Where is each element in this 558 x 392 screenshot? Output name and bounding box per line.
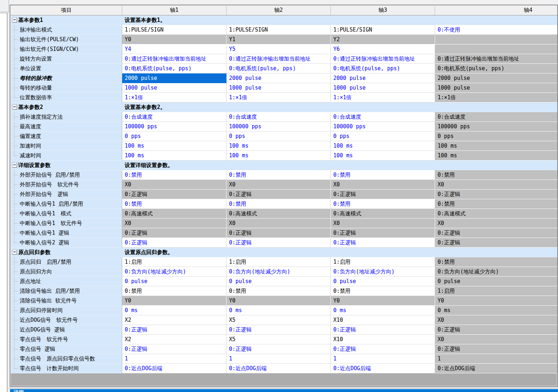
value-cell-axis2[interactable]: 1:启用 xyxy=(226,257,331,267)
value-cell-axis4[interactable]: 0:正逻辑 xyxy=(435,344,558,354)
value-cell-axis4[interactable]: 0:通过正转脉冲输出增加当前地址 xyxy=(435,54,558,64)
item-cell[interactable]: 脉冲输出模式 xyxy=(11,25,122,35)
item-cell[interactable]: 原点回归 启用/禁用 xyxy=(11,257,122,267)
item-cell[interactable]: 清除信号输出 软元件号 xyxy=(11,296,122,306)
item-cell[interactable]: 减速时间 xyxy=(11,151,122,161)
value-cell-axis1[interactable]: 0 ms xyxy=(122,306,226,315)
value-cell-axis2[interactable]: 0:禁用 xyxy=(226,199,331,209)
collapse-icon[interactable] xyxy=(12,105,17,109)
value-cell-axis3[interactable]: X10 xyxy=(331,315,435,325)
value-cell-axis2[interactable]: 2000 pulse xyxy=(226,73,331,83)
value-cell-axis2[interactable]: 100 ms xyxy=(226,151,331,161)
value-cell-axis1[interactable]: 0:正逻辑 xyxy=(122,344,226,354)
value-cell-axis4[interactable]: 0 pps xyxy=(435,132,558,141)
section-item-cell[interactable]: 基本参数1 xyxy=(11,15,122,25)
value-cell-axis1[interactable]: 0:禁用 xyxy=(122,170,226,180)
item-cell[interactable]: 最高速度 xyxy=(11,122,122,132)
value-cell-axis1[interactable]: 100 ms xyxy=(122,151,226,161)
item-cell[interactable]: 输出软元件(SIGN/CCW) xyxy=(11,44,122,54)
value-cell-axis3[interactable]: Y6 xyxy=(331,44,435,54)
item-cell[interactable]: 外部开始信号 软元件号 xyxy=(11,180,122,190)
value-cell-axis4[interactable]: 100000 pps xyxy=(435,122,558,132)
value-cell-axis2[interactable]: 0:正逻辑 xyxy=(226,344,331,354)
value-cell-axis1[interactable]: 0:正逻辑 xyxy=(122,228,226,238)
value-cell-axis3[interactable]: 0:近点DOG后端 xyxy=(331,364,435,373)
value-cell-axis2[interactable]: Y1 xyxy=(226,35,331,44)
value-cell-axis2[interactable]: 0:电机系统(pulse, pps) xyxy=(226,64,331,73)
value-cell-axis2[interactable]: 1:PULSE/SIGN xyxy=(226,25,331,35)
value-cell-axis1[interactable]: 0:合成速度 xyxy=(122,112,226,122)
value-cell-axis4[interactable]: 2000 pulse xyxy=(435,73,558,83)
value-cell-axis1[interactable]: 0:负方向(地址减少方向) xyxy=(122,267,226,277)
item-cell[interactable]: 每转的脉冲数 xyxy=(11,73,122,83)
value-cell-axis1[interactable]: 0 pulse xyxy=(122,277,226,286)
item-cell[interactable]: 清除信号输出 启用/禁用 xyxy=(11,286,122,296)
item-cell[interactable]: 零点信号 原点回归零点信号数 xyxy=(11,354,122,364)
value-cell-axis2[interactable]: X5 xyxy=(226,315,331,325)
item-cell[interactable]: 原点回归停留时间 xyxy=(11,306,122,315)
value-cell-axis2[interactable]: X0 xyxy=(226,219,331,228)
value-cell-axis2[interactable]: 0:禁用 xyxy=(226,170,331,180)
value-cell-axis4[interactable]: X0 xyxy=(435,180,558,190)
item-cell[interactable]: 中断输入信号1 软元件号 xyxy=(11,219,122,228)
value-cell-axis2[interactable]: 0:高速模式 xyxy=(226,209,331,219)
item-cell[interactable]: 中断输入信号2 逻辑 xyxy=(11,238,122,248)
value-cell-axis4[interactable] xyxy=(435,44,558,54)
item-cell[interactable]: 零点信号 计数开始时间 xyxy=(11,364,122,373)
value-cell-axis1[interactable]: 1 xyxy=(122,354,226,364)
value-cell-axis4[interactable]: 0:电机系统(pulse, pps) xyxy=(435,64,558,73)
value-cell-axis1[interactable]: 0:正逻辑 xyxy=(122,190,226,199)
value-cell-axis4[interactable]: 0:近点DOG后端 xyxy=(435,364,558,373)
value-cell-axis3[interactable]: 0 pulse xyxy=(331,277,435,286)
value-cell-axis3[interactable]: 1:PULSE/SIGN xyxy=(331,25,435,35)
value-cell-axis2[interactable]: 1 xyxy=(226,354,331,364)
collapse-icon[interactable] xyxy=(12,163,17,167)
value-cell-axis4[interactable]: Y0 xyxy=(435,296,558,306)
item-cell[interactable]: 单位设置 xyxy=(11,64,122,73)
value-cell-axis4[interactable]: 0 ms xyxy=(435,306,558,315)
value-cell-axis2[interactable]: 0 pulse xyxy=(226,277,331,286)
value-cell-axis2[interactable]: 0:正逻辑 xyxy=(226,238,331,248)
value-cell-axis2[interactable]: 0:禁用 xyxy=(226,286,331,296)
item-cell[interactable]: 中断输入信号1 模式 xyxy=(11,209,122,219)
item-cell[interactable]: 原点回归方向 xyxy=(11,267,122,277)
item-cell[interactable]: 中断输入信号1 启用/禁用 xyxy=(11,199,122,209)
value-cell-axis2[interactable]: 100 ms xyxy=(226,141,331,151)
value-cell-axis1[interactable]: Y0 xyxy=(122,35,226,44)
value-cell-axis4[interactable]: 1 xyxy=(435,354,558,364)
value-cell-axis4[interactable]: 1:×1倍 xyxy=(435,93,558,102)
item-cell[interactable]: 近点DOG信号 软元件号 xyxy=(11,315,122,325)
value-cell-axis3[interactable]: Y0 xyxy=(331,296,435,306)
value-cell-axis1[interactable]: 1:×1倍 xyxy=(122,93,226,102)
value-cell-axis1[interactable]: 0:通过正转脉冲输出增加当前地址 xyxy=(122,54,226,64)
value-cell-axis3[interactable]: X0 xyxy=(331,180,435,190)
value-cell-axis2[interactable]: 1000 pulse xyxy=(226,83,331,93)
item-cell[interactable]: 零点信号 软元件号 xyxy=(11,335,122,344)
value-cell-axis3[interactable]: 0:通过正转脉冲输出增加当前地址 xyxy=(331,54,435,64)
value-cell-axis1[interactable]: 0:正逻辑 xyxy=(122,238,226,248)
value-cell-axis1[interactable]: X0 xyxy=(122,180,226,190)
value-cell-axis1[interactable]: 100 ms xyxy=(122,141,226,151)
value-cell-axis3[interactable]: Y2 xyxy=(331,35,435,44)
value-cell-axis2[interactable]: X5 xyxy=(226,335,331,344)
value-cell-axis1[interactable]: 100000 pps xyxy=(122,122,226,132)
value-cell-axis3[interactable]: 0:正逻辑 xyxy=(331,238,435,248)
value-cell-axis4[interactable]: 0:正逻辑 xyxy=(435,325,558,335)
value-cell-axis1[interactable]: 0:禁用 xyxy=(122,199,226,209)
selected-value-cell[interactable]: 2000 pulse xyxy=(122,73,226,83)
value-cell-axis2[interactable]: 0:近点DOG后端 xyxy=(226,364,331,373)
value-cell-axis2[interactable]: Y0 xyxy=(226,296,331,306)
item-cell[interactable]: 加速时间 xyxy=(11,141,122,151)
value-cell-axis1[interactable]: X2 xyxy=(122,335,226,344)
value-cell-axis1[interactable]: 1000 pulse xyxy=(122,83,226,93)
value-cell-axis1[interactable]: 1:PULSE/SIGN xyxy=(122,25,226,35)
value-cell-axis4[interactable] xyxy=(435,35,558,44)
value-cell-axis2[interactable]: 1:×1倍 xyxy=(226,93,331,102)
value-cell-axis4[interactable]: 0:不使用 xyxy=(435,25,558,35)
value-cell-axis3[interactable]: 0:负方向(地址减少方向) xyxy=(331,267,435,277)
value-cell-axis3[interactable]: 0:电机系统(pulse, pps) xyxy=(331,64,435,73)
value-cell-axis3[interactable]: 0:禁用 xyxy=(331,170,435,180)
value-cell-axis4[interactable]: 1000 pulse xyxy=(435,83,558,93)
value-cell-axis1[interactable]: Y4 xyxy=(122,44,226,54)
value-cell-axis1[interactable]: X2 xyxy=(122,315,226,325)
